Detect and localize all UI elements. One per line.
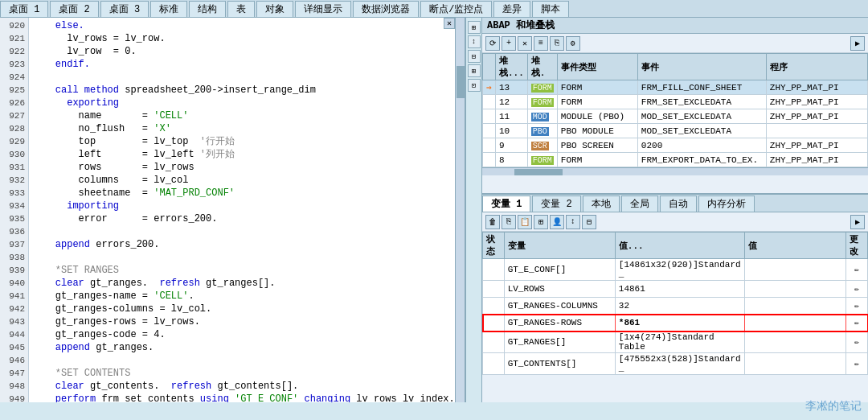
ln-929: 929 bbox=[0, 135, 28, 148]
scrollbar-thumb[interactable] bbox=[457, 66, 465, 98]
stack-hscroll[interactable] bbox=[482, 167, 868, 175]
vars-valshort-2: 32 bbox=[615, 298, 744, 315]
vars-row-5[interactable]: GT_CONTENTS[] [475552x3(528)]Standard _ … bbox=[483, 353, 868, 375]
toolbar-btn-2[interactable]: ↕ bbox=[468, 35, 481, 48]
edit-icon-1[interactable]: ✏ bbox=[850, 282, 864, 296]
stack-btn-refresh[interactable]: ⟳ bbox=[485, 36, 500, 51]
toolbar-btn-4[interactable]: ⊞ bbox=[468, 64, 481, 77]
tab-desktop1[interactable]: 桌面 1 bbox=[0, 1, 48, 17]
ln-926: 926 bbox=[0, 97, 28, 109]
vars-tab-2[interactable]: 变量 2 bbox=[532, 196, 580, 212]
stack-btn-filter[interactable]: ≡ bbox=[534, 36, 548, 51]
vars-btn-7[interactable]: ⊟ bbox=[582, 215, 596, 229]
edit-icon-2[interactable]: ✏ bbox=[850, 299, 864, 313]
code-line-929: top = lv_top '行开始 bbox=[32, 135, 452, 148]
vars-row-1[interactable]: LV_ROWS 14861 ✏ bbox=[483, 281, 868, 298]
tab-table[interactable]: 表 bbox=[227, 1, 255, 17]
vars-btn-3[interactable]: 📋 bbox=[518, 215, 532, 229]
ln-935: 935 bbox=[0, 212, 28, 225]
vars-var-5: GT_CONTENTS[] bbox=[504, 353, 615, 375]
stack-btn-add[interactable]: + bbox=[502, 36, 516, 51]
vars-change-4: ✏ bbox=[846, 331, 868, 353]
vars-tab-local[interactable]: 本地 bbox=[583, 196, 620, 212]
stack-etype-12: FORM bbox=[557, 95, 637, 109]
vars-tab-memory[interactable]: 内存分析 bbox=[698, 196, 755, 212]
ln-937: 937 bbox=[0, 238, 28, 251]
tab-diff[interactable]: 差异 bbox=[493, 1, 530, 17]
code-line-920: else. bbox=[32, 19, 452, 32]
vars-valshort-4: [1x4(274)]Standard Table bbox=[615, 331, 744, 353]
stack-row-12[interactable]: 12 FORM FORM FRM_SET_EXCLEDATA ZHY_PP_MA… bbox=[483, 95, 868, 109]
stack-prog-10 bbox=[766, 124, 867, 138]
tab-breakpoint[interactable]: 断点/监控点 bbox=[420, 1, 492, 17]
stack-btn-delete[interactable]: ✕ bbox=[518, 36, 532, 51]
stack-row-8[interactable]: 8 FORM FORM FRM_EXPORT_DATA_TO_EX. ZHY_P… bbox=[483, 153, 868, 167]
vars-change-3: ✏ bbox=[846, 315, 868, 331]
stack-row-11[interactable]: 11 MOD MODULE (PBO) MOD_SET_EXCLEDATA ZH… bbox=[483, 109, 868, 124]
tab-bar: 桌面 1 桌面 2 桌面 3 标准 结构 表 对象 详细显示 数据浏览器 断点/… bbox=[0, 0, 868, 18]
code-line-932: columns = lv_col bbox=[32, 174, 452, 187]
code-line-937: append errors_200. bbox=[32, 238, 452, 251]
vertical-scrollbar[interactable] bbox=[455, 18, 465, 402]
tab-desktop3[interactable]: 桌面 3 bbox=[100, 1, 149, 17]
vars-row-0[interactable]: GT_E_CONF[] [14861x32(920)]Standard _ ✏ bbox=[483, 259, 868, 281]
vars-btn-2[interactable]: ⎘ bbox=[502, 215, 516, 229]
ln-931: 931 bbox=[0, 161, 28, 174]
edit-icon-5[interactable]: ✏ bbox=[850, 356, 864, 371]
vars-section: 变量 1 变量 2 本地 全局 自动 内存分析 🗑 ⎘ 📋 ⊞ 👤 ↕ ⊟ bbox=[482, 195, 868, 402]
stack-row-13[interactable]: ⇒ 13 FORM FORM FRM_FILL_CONF_SHEET ZHY_P… bbox=[483, 80, 868, 95]
stack-event-12: FRM_SET_EXCLEDATA bbox=[637, 95, 766, 109]
stack-arrow-8 bbox=[483, 153, 496, 167]
stack-num-12: 12 bbox=[496, 95, 528, 109]
vars-tab-global[interactable]: 全局 bbox=[621, 196, 658, 212]
stack-row-10[interactable]: 10 PBO PBO MODULE MOD_SET_EXCLEDATA bbox=[483, 124, 868, 138]
vars-btn-1[interactable]: 🗑 bbox=[485, 215, 500, 229]
code-line-927: name = 'CELL' bbox=[32, 109, 452, 122]
vars-row-2[interactable]: GT_RANGES-COLUMNS 32 ✏ bbox=[483, 298, 868, 315]
close-button[interactable]: ✕ bbox=[444, 18, 455, 29]
vars-btn-4[interactable]: ⊞ bbox=[534, 215, 548, 229]
tab-standard[interactable]: 标准 bbox=[150, 1, 187, 17]
vars-btn-5[interactable]: 👤 bbox=[550, 215, 564, 229]
stack-toolbar: ⟳ + ✕ ≡ ⎘ ⚙ ▶ bbox=[482, 34, 868, 53]
edit-icon-0[interactable]: ✏ bbox=[850, 262, 864, 277]
stack-btn-settings[interactable]: ⚙ bbox=[566, 36, 580, 51]
vars-row-4[interactable]: GT_RANGES[] [1x4(274)]Standard Table ✏ bbox=[483, 331, 868, 353]
stack-row-9[interactable]: 9 SCR PBO SCREEN 0200 ZHY_PP_MAT_PI bbox=[483, 138, 868, 153]
stack-icon-8: FORM bbox=[527, 153, 557, 167]
code-line-925: call method spreadsheet_200->insert_rang… bbox=[32, 84, 452, 97]
stack-etype-11: MODULE (PBO) bbox=[557, 109, 637, 124]
stack-col-event: 事件 bbox=[637, 54, 766, 80]
vars-tab-auto[interactable]: 自动 bbox=[660, 196, 697, 212]
tab-desktop2[interactable]: 桌面 2 bbox=[50, 1, 98, 17]
toolbar-btn-3[interactable]: ⊟ bbox=[468, 50, 481, 63]
tab-script[interactable]: 脚本 bbox=[532, 1, 569, 17]
vars-var-1: LV_ROWS bbox=[504, 281, 615, 298]
tab-object[interactable]: 对象 bbox=[256, 1, 293, 17]
code-line-948: clear gt_contents. refresh gt_contents[]… bbox=[32, 380, 452, 393]
stack-btn-copy[interactable]: ⎘ bbox=[550, 36, 564, 51]
stack-btn-right[interactable]: ▶ bbox=[850, 36, 865, 51]
ln-938: 938 bbox=[0, 251, 28, 264]
ln-932: 932 bbox=[0, 174, 28, 187]
tab-structure[interactable]: 结构 bbox=[189, 1, 226, 17]
ln-949: 949 bbox=[0, 393, 28, 402]
vars-var-3: GT_RANGES-ROWS bbox=[504, 315, 615, 331]
tab-detail[interactable]: 详细显示 bbox=[295, 1, 351, 17]
toolbar-btn-5[interactable]: ⊡ bbox=[468, 79, 481, 92]
edit-icon-3[interactable]: ✏ bbox=[850, 315, 864, 330]
vars-btn-6[interactable]: ↕ bbox=[566, 215, 580, 229]
hscroll-thumb[interactable] bbox=[514, 169, 563, 175]
ln-922: 922 bbox=[0, 45, 28, 58]
vars-row-3[interactable]: GT_RANGES-ROWS *861 ✏ bbox=[483, 315, 868, 331]
stack-prog-8: ZHY_PP_MAT_PI bbox=[766, 153, 867, 167]
vars-btn-right[interactable]: ▶ bbox=[850, 215, 865, 229]
edit-icon-4[interactable]: ✏ bbox=[850, 335, 864, 349]
vars-tab-1[interactable]: 变量 1 bbox=[482, 196, 530, 212]
code-line-922: lv_row = 0. bbox=[32, 45, 452, 58]
toolbar-btn-1[interactable]: ⊞ bbox=[468, 21, 481, 34]
code-content[interactable]: ⇒ else. lv_rows = lv_row. lv_row = 0. en… bbox=[29, 18, 455, 402]
tab-databrowser[interactable]: 数据浏览器 bbox=[353, 1, 419, 17]
stack-icon-10: PBO bbox=[527, 124, 557, 138]
stack-table: 堆栈... 堆栈. 事件类型 事件 程序 ⇒ 13 FORM bbox=[482, 53, 868, 167]
